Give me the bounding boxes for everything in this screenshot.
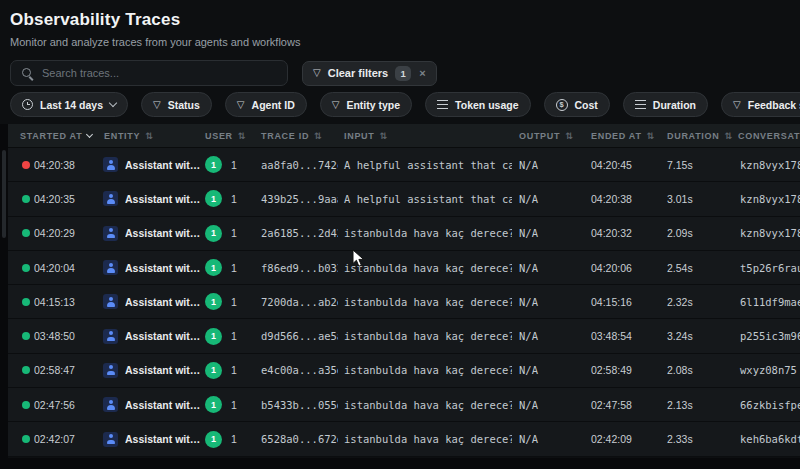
page-header: Observability Traces Monitor and analyze… — [10, 10, 300, 48]
entity-name: Assistant with ... — [125, 193, 202, 205]
sort-icon[interactable] — [724, 131, 732, 141]
sort-icon[interactable] — [238, 131, 246, 141]
cell-started-at: 04:20:38 — [34, 159, 100, 171]
cell-ended-at: 04:20:32 — [584, 227, 660, 239]
cell-ended-at: 04:20:38 — [584, 193, 660, 205]
observability-traces-page: Observability Traces Monitor and analyze… — [0, 0, 800, 469]
cell-user: 1 1 — [202, 259, 256, 276]
search-icon — [21, 67, 34, 80]
close-icon[interactable]: × — [419, 67, 425, 79]
agent-icon — [103, 226, 118, 241]
cell-trace-id: 6528a0...672e — [256, 433, 338, 445]
column-header-started-at[interactable]: Started At — [8, 131, 100, 141]
filter-pill[interactable]: Status — [141, 92, 212, 117]
cell-duration: 3.24s — [660, 330, 734, 342]
cell-duration: 2.08s — [660, 364, 734, 376]
column-header-duration[interactable]: Duration — [660, 131, 734, 141]
cell-ended-at: 02:47:58 — [584, 399, 660, 411]
page-subtitle: Monitor and analyze traces from your age… — [10, 36, 300, 48]
vertical-scrollbar[interactable] — [0, 124, 8, 469]
cell-started-at: 04:20:35 — [34, 193, 100, 205]
cell-user: 1 1 — [202, 396, 256, 413]
cell-status — [8, 366, 34, 374]
cell-status — [8, 332, 34, 340]
sort-icon[interactable] — [647, 131, 655, 141]
sort-icon[interactable] — [565, 131, 573, 141]
cell-conversation: 66zkbisfpee — [734, 399, 800, 411]
filter-pill[interactable]: Entity type — [320, 92, 412, 117]
entity-name: Assistant with ... — [125, 330, 202, 342]
trace-row[interactable]: 02:58:47 Assistant with ... 1 1 e4c00a..… — [8, 354, 800, 388]
cell-started-at: 02:58:47 — [34, 364, 100, 376]
trace-row[interactable]: 04:20:35 Assistant with ... 1 1 439b25..… — [8, 182, 800, 216]
user-avatar-badge: 1 — [205, 362, 222, 379]
cell-started-at: 04:20:04 — [34, 262, 100, 274]
cell-conversation: kzn8vyx178 — [734, 227, 800, 239]
search-toolbar: Clear filters 1 × — [10, 60, 437, 86]
status-dot-icon — [22, 229, 30, 237]
cell-entity: Assistant with ... — [100, 363, 202, 378]
cell-input: istanbulda hava kaç derece? — [338, 364, 512, 376]
user-count: 1 — [231, 262, 237, 274]
horizontal-scrollbar[interactable] — [0, 458, 800, 469]
search-input[interactable] — [42, 67, 277, 79]
cell-duration: 2.09s — [660, 227, 734, 239]
funnel-icon — [313, 68, 321, 78]
entity-name: Assistant with ... — [125, 364, 202, 376]
column-header-user[interactable]: User — [202, 131, 256, 141]
column-header-output[interactable]: Output — [512, 131, 584, 141]
column-header-conversation[interactable]: Conversation — [734, 131, 800, 141]
trace-row[interactable]: 04:20:38 Assistant with ... 1 1 aa8fa0..… — [8, 148, 800, 182]
sort-icon[interactable] — [314, 131, 322, 141]
entity-name: Assistant with ... — [125, 262, 202, 274]
user-count: 1 — [231, 227, 237, 239]
cell-ended-at: 04:15:16 — [584, 296, 660, 308]
cell-duration: 2.13s — [660, 399, 734, 411]
cell-output: N/A — [512, 227, 584, 239]
cell-status — [8, 435, 34, 443]
trace-row[interactable]: 04:20:29 Assistant with ... 1 1 2a6185..… — [8, 217, 800, 251]
filter-pill[interactable]: Agent ID — [225, 92, 307, 117]
trace-row[interactable]: 02:42:07 Assistant with ... 1 1 6528a0..… — [8, 422, 800, 456]
filter-pill[interactable]: Token usage — [425, 92, 530, 117]
column-header-input[interactable]: Input — [338, 131, 512, 141]
cell-started-at: 03:48:50 — [34, 330, 100, 342]
trace-row[interactable]: 03:48:50 Assistant with ... 1 1 d9d566..… — [8, 319, 800, 353]
trace-row[interactable]: 02:47:56 Assistant with ... 1 1 b5433b..… — [8, 388, 800, 422]
trace-row[interactable]: 04:20:04 Assistant with ... 1 1 f86ed9..… — [8, 251, 800, 285]
filter-pill[interactable]: Last 14 days — [10, 92, 128, 117]
scrollbar-thumb[interactable] — [2, 150, 6, 238]
filter-pill[interactable]: Feedback source — [721, 92, 800, 117]
user-count: 1 — [231, 159, 237, 171]
cell-started-at: 04:15:13 — [34, 296, 100, 308]
filter-count-badge: 1 — [395, 66, 411, 81]
status-dot-icon — [22, 401, 30, 409]
user-avatar-badge: 1 — [205, 328, 222, 345]
entity-name: Assistant with ... — [125, 296, 202, 308]
cell-output: N/A — [512, 296, 584, 308]
cell-entity: Assistant with ... — [100, 226, 202, 241]
table-body: 04:20:38 Assistant with ... 1 1 aa8fa0..… — [8, 148, 800, 457]
cell-started-at: 02:47:56 — [34, 399, 100, 411]
clear-filters-button[interactable]: Clear filters 1 × — [302, 61, 437, 86]
cell-ended-at: 02:58:49 — [584, 364, 660, 376]
cell-entity: Assistant with ... — [100, 157, 202, 172]
cell-conversation: keh6ba6kdtf — [734, 433, 800, 445]
user-count: 1 — [231, 433, 237, 445]
column-header-entity[interactable]: Entity — [100, 131, 202, 141]
filter-pill-label: Agent ID — [252, 99, 295, 111]
filter-pill[interactable]: Cost — [544, 92, 610, 117]
user-count: 1 — [231, 399, 237, 411]
column-header-ended-at[interactable]: Ended At — [584, 131, 660, 141]
column-header-trace-id[interactable]: Trace ID — [256, 131, 338, 141]
trace-row[interactable]: 04:15:13 Assistant with ... 1 1 7200da..… — [8, 285, 800, 319]
user-avatar-badge: 1 — [205, 225, 222, 242]
cell-user: 1 1 — [202, 225, 256, 242]
sort-icon[interactable] — [145, 131, 153, 141]
cell-entity: Assistant with ... — [100, 432, 202, 447]
agent-icon — [103, 363, 118, 378]
sort-icon[interactable] — [380, 131, 388, 141]
filter-pill[interactable]: Duration — [623, 92, 708, 117]
cell-conversation: kzn8vyx178 — [734, 159, 800, 171]
dollar-icon — [556, 99, 568, 111]
